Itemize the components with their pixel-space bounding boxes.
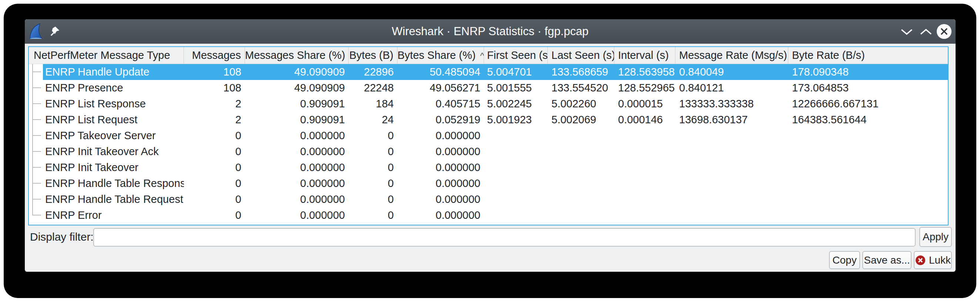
cell-1: 0 (184, 175, 245, 191)
cell-3: 22248 (348, 80, 398, 96)
cell-9: 12266666.667131 (788, 96, 948, 112)
cell-message-type: ENRP Init Takeover Ack (29, 144, 184, 159)
minimize-button[interactable] (898, 27, 915, 37)
cell-message-type: ENRP Init Takeover (29, 159, 184, 175)
cell-5 (484, 159, 548, 175)
cell-message-type: ENRP Takeover Server (29, 128, 184, 144)
cell-1: 0 (184, 207, 245, 223)
cell-4: 0.000000 (398, 159, 484, 175)
cell-7: 0.000146 (614, 112, 675, 128)
cell-1: 2 (184, 112, 245, 128)
cell-9 (788, 191, 948, 207)
cell-6 (548, 207, 614, 223)
column-header-7[interactable]: Interval (s) (614, 47, 675, 64)
cell-2: 49.090909 (245, 80, 348, 96)
column-header-6[interactable]: Last Seen (s) (548, 47, 614, 64)
table-row[interactable]: ENRP Init Takeover00.00000000.000000 (29, 159, 948, 175)
cell-7 (614, 207, 675, 223)
cell-8 (675, 159, 788, 175)
pin-icon[interactable] (48, 25, 60, 38)
cell-9 (788, 128, 948, 144)
cell-3: 0 (348, 175, 398, 191)
cell-2: 0.000000 (245, 159, 348, 175)
apply-button[interactable]: Apply (919, 227, 952, 247)
table-body: ENRP Handle Update10849.0909092289650.48… (29, 64, 948, 223)
cell-7 (614, 159, 675, 175)
cell-6 (548, 191, 614, 207)
table-row[interactable]: ENRP List Response20.9090911840.4057155.… (29, 96, 948, 112)
save-as-button-label: Save as... (864, 254, 910, 266)
cell-6: 5.002260 (548, 96, 614, 112)
display-filter-input[interactable] (93, 228, 916, 247)
cell-9: 178.090348 (788, 64, 948, 80)
table-row[interactable]: ENRP Error00.00000000.000000 (29, 207, 948, 223)
cell-8: 13698.630137 (675, 112, 788, 128)
cell-1: 108 (184, 64, 245, 80)
cell-1: 2 (184, 96, 245, 112)
column-header-4[interactable]: Bytes Share (%)^ (398, 47, 484, 64)
cell-6 (548, 175, 614, 191)
column-header-3[interactable]: Bytes (B) (348, 47, 398, 64)
column-header-1[interactable]: Messages (184, 47, 245, 64)
copy-button[interactable]: Copy (829, 251, 860, 269)
cell-3: 184 (348, 96, 398, 112)
column-header-8[interactable]: Message Rate (Msg/s) (675, 47, 788, 64)
column-header-9[interactable]: Byte Rate (B/s) (788, 47, 948, 64)
table-row[interactable]: ENRP Takeover Server00.00000000.000000 (29, 128, 948, 144)
cell-2: 0.909091 (245, 96, 348, 112)
table-row[interactable]: ENRP Handle Table Response00.00000000.00… (29, 175, 948, 191)
dialog-close-button-label: Lukk (929, 254, 951, 266)
cell-message-type: ENRP Handle Table Request (29, 191, 184, 207)
cell-5: 5.004701 (484, 64, 548, 80)
wireshark-fin-icon (29, 22, 44, 40)
close-red-icon (915, 255, 926, 266)
cell-message-type: ENRP Presence (29, 80, 184, 96)
cell-9 (788, 207, 948, 223)
table-row[interactable]: ENRP List Request20.909091240.0529195.00… (29, 112, 948, 128)
cell-message-type: ENRP Handle Update (29, 64, 184, 80)
cell-3: 0 (348, 191, 398, 207)
cell-3: 24 (348, 112, 398, 128)
cell-1: 0 (184, 159, 245, 175)
table-row[interactable]: ENRP Presence10849.0909092224849.0562715… (29, 80, 948, 96)
apply-button-label: Apply (923, 231, 948, 243)
cell-9 (788, 144, 948, 159)
table-header-row: NetPerfMeter Message TypeMessagesMessage… (29, 47, 948, 64)
cell-2: 0.000000 (245, 191, 348, 207)
table-row[interactable]: ENRP Init Takeover Ack00.00000000.000000 (29, 144, 948, 159)
cell-message-type: ENRP List Request (29, 112, 184, 128)
cell-8: 0.840121 (675, 80, 788, 96)
cell-1: 0 (184, 144, 245, 159)
cell-8 (675, 207, 788, 223)
cell-5 (484, 191, 548, 207)
cell-5 (484, 175, 548, 191)
cell-8 (675, 191, 788, 207)
table-row[interactable]: ENRP Handle Update10849.0909092289650.48… (29, 64, 948, 80)
dialog-close-button[interactable]: Lukk (914, 251, 952, 269)
cell-4: 49.056271 (398, 80, 484, 96)
cell-4: 0.405715 (398, 96, 484, 112)
cell-4: 50.485094 (398, 64, 484, 80)
save-as-button[interactable]: Save as... (862, 251, 912, 269)
cell-9: 173.064853 (788, 80, 948, 96)
cell-2: 0.000000 (245, 175, 348, 191)
cell-9 (788, 159, 948, 175)
cell-2: 49.090909 (245, 64, 348, 80)
close-button[interactable] (937, 24, 951, 39)
cell-2: 0.909091 (245, 112, 348, 128)
column-header-5[interactable]: First Seen (s) (484, 47, 548, 64)
cell-8: 133333.333338 (675, 96, 788, 112)
cell-6: 133.568659 (548, 64, 614, 80)
titlebar[interactable]: Wireshark · ENRP Statistics · fgp.pcap (25, 19, 956, 44)
cell-2: 0.000000 (245, 207, 348, 223)
cell-6: 133.554520 (548, 80, 614, 96)
cell-8 (675, 128, 788, 144)
table-row[interactable]: ENRP Handle Table Request00.00000000.000… (29, 191, 948, 207)
window-title: Wireshark · ENRP Statistics · fgp.pcap (99, 19, 881, 44)
copy-button-label: Copy (832, 254, 856, 266)
cell-5: 5.001555 (484, 80, 548, 96)
column-header-0[interactable]: NetPerfMeter Message Type (29, 47, 184, 64)
maximize-button[interactable] (918, 27, 934, 37)
cell-6 (548, 128, 614, 144)
column-header-2[interactable]: Messages Share (%) (245, 47, 348, 64)
